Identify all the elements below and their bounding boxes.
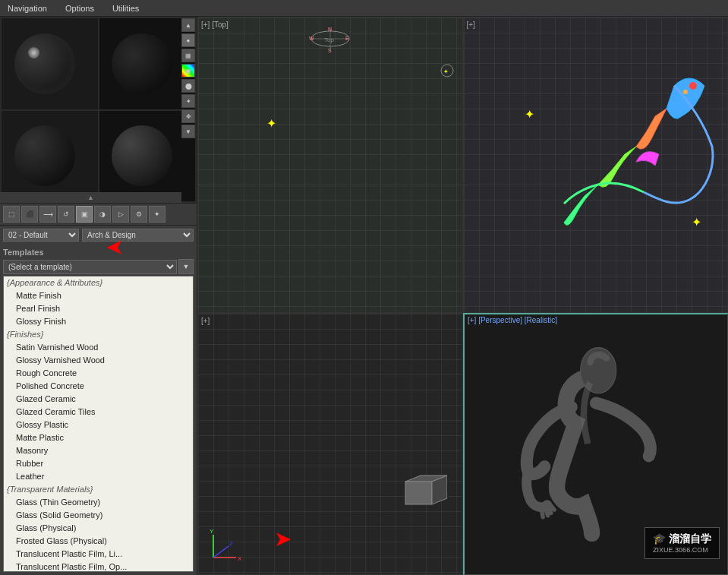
left-panel: ▲ ● ▦ ▣ ⬤ ✦ ✥ ▼ xyxy=(0,17,197,575)
template-list-item[interactable]: Frosted Glass (Physical) xyxy=(4,535,193,548)
watermark: 🎓 溜溜自学 ZIXUE.3066.COM xyxy=(644,527,720,559)
top-right-label: [+] xyxy=(467,21,475,29)
viewport-bottom-right[interactable]: [+] [Perspective] [Realistic] xyxy=(463,313,728,575)
viewport-top-right[interactable]: [+] ✦ ✦ xyxy=(463,17,729,313)
svg-text:Z: Z xyxy=(229,540,233,547)
dragon-top-viewport xyxy=(522,48,720,261)
svg-text:✦: ✦ xyxy=(443,68,449,75)
put-material-btn[interactable]: ⬛ xyxy=(21,206,38,223)
scroll-down-icon[interactable]: ▼ xyxy=(181,125,195,138)
color-swatch-icon[interactable]: ▣ xyxy=(181,64,195,77)
scene-object xyxy=(402,474,447,513)
svg-rect-12 xyxy=(405,482,432,504)
templates-section: Templates (Select a template) ▼ {Appeara… xyxy=(0,245,197,575)
template-list-item[interactable]: Matte Plastic xyxy=(4,431,193,444)
template-list-item[interactable]: {Finishes} xyxy=(4,328,193,341)
icon-toolbar: ⬚ ⬛ ⟶ ↺ ▣ ◑ ▷ ⚙ ✦ xyxy=(0,203,197,226)
material-thumb-1[interactable] xyxy=(2,18,98,109)
bottom-viewports: [+] X Y Z xyxy=(197,313,728,575)
cube-icon xyxy=(402,474,447,512)
dropdowns-row: 02 - Default Arch & Design xyxy=(0,226,197,245)
material-thumb-3[interactable] xyxy=(2,111,98,202)
menu-bar: Navigation Options Utilities xyxy=(0,0,728,17)
template-list-item[interactable]: Glass (Physical) xyxy=(4,522,193,535)
template-list-item[interactable]: Rubber xyxy=(4,457,193,470)
svg-text:S: S xyxy=(328,48,332,53)
menu-utilities[interactable]: Utilities xyxy=(108,2,143,14)
top-left-label: [+] [Top] xyxy=(201,21,228,29)
thumbnail-grid: ▲ ● ▦ ▣ ⬤ ✦ ✥ ▼ xyxy=(0,17,197,203)
template-list-item[interactable]: Polished Concrete xyxy=(4,380,193,393)
menu-navigation[interactable]: Navigation xyxy=(3,2,52,14)
cross-1: ✦ xyxy=(266,116,276,131)
viewport-bottom-left[interactable]: [+] X Y Z xyxy=(197,313,463,575)
show-map-viewport-btn[interactable]: ▣ xyxy=(76,206,93,223)
template-select[interactable]: (Select a template) xyxy=(3,260,177,274)
template-list-item[interactable]: Glazed Ceramic Tiles xyxy=(4,406,193,419)
thumb-scroll[interactable]: ▲ xyxy=(0,192,181,203)
viewport-top-left[interactable]: [+] [Top] Top W E N S ✦ ✦ xyxy=(197,17,463,313)
template-list-item[interactable]: Satin Varnished Wood xyxy=(4,341,193,354)
axis-icon: ✦ xyxy=(440,63,455,78)
svg-text:E: E xyxy=(345,36,349,41)
svg-text:Y: Y xyxy=(210,528,214,535)
make-preview-btn[interactable]: ▷ xyxy=(112,206,129,223)
sphere-icon[interactable]: ● xyxy=(181,33,195,47)
select-by-material-btn[interactable]: ✦ xyxy=(149,206,165,223)
svg-text:N: N xyxy=(328,27,332,32)
thumb-side-icons: ▲ ● ▦ ▣ ⬤ ✦ ✥ ▼ xyxy=(181,18,195,138)
template-list-item[interactable]: {Appearance & Attributes} xyxy=(4,276,193,289)
watermark-url: ZIXUE.3066.COM xyxy=(653,546,711,554)
template-list-item[interactable]: Translucent Plastic Film, Op... xyxy=(4,561,193,572)
material-slot-select[interactable]: 02 - Default xyxy=(3,229,79,242)
get-material-btn[interactable]: ⬚ xyxy=(3,206,20,223)
svg-text:X: X xyxy=(238,555,242,562)
svg-point-10 xyxy=(689,82,697,90)
template-list-item[interactable]: Rough Concrete xyxy=(4,367,193,380)
xyz-axis: X Y Z xyxy=(206,527,244,567)
menu-options[interactable]: Options xyxy=(61,2,99,14)
reset-map-btn[interactable]: ↺ xyxy=(58,206,74,223)
svg-text:W: W xyxy=(309,36,314,41)
template-list-item[interactable]: Pearl Finish xyxy=(4,302,193,315)
right-area: [+] [Top] Top W E N S ✦ ✦ [+] xyxy=(197,17,728,575)
top-viewports: [+] [Top] Top W E N S ✦ ✦ [+] xyxy=(197,17,728,313)
show-end-result-btn[interactable]: ◑ xyxy=(94,206,111,223)
svg-line-19 xyxy=(213,546,228,558)
template-list-item[interactable]: Leather xyxy=(4,470,193,483)
scroll-up-icon[interactable]: ▲ xyxy=(181,18,195,32)
svg-point-11 xyxy=(683,90,688,94)
template-list-item[interactable]: Matte Finish xyxy=(4,289,193,302)
put-material-obj-btn[interactable]: ⟶ xyxy=(39,206,56,223)
viewport-compass: Top W E N S xyxy=(307,24,353,54)
template-list-item[interactable]: {Transparent Materials} xyxy=(4,483,193,496)
bottom-left-label: [+] xyxy=(201,317,210,325)
template-list-item[interactable]: Glazed Ceramic xyxy=(4,393,193,406)
move-icon[interactable]: ✥ xyxy=(181,109,195,123)
perspective-label: [+] [Perspective] [Realistic] xyxy=(465,314,727,326)
template-list-item[interactable]: Glossy Varnished Wood xyxy=(4,354,193,367)
small-sphere-icon[interactable]: ⬤ xyxy=(181,79,195,93)
template-list-item[interactable]: Masonry xyxy=(4,444,193,457)
svg-text:Top: Top xyxy=(324,36,334,43)
watermark-icon: 🎓 溜溜自学 xyxy=(653,532,711,546)
checker-icon[interactable]: ▦ xyxy=(181,49,195,62)
options-icon[interactable]: ✦ xyxy=(181,94,195,108)
tutorial-arrow-2: ➤ xyxy=(274,526,292,551)
template-list-item[interactable]: Glass (Solid Geometry) xyxy=(4,509,193,522)
template-list-item[interactable]: Glossy Plastic xyxy=(4,419,193,431)
template-dropdown-row: (Select a template) ▼ xyxy=(3,259,194,274)
template-list-item[interactable]: Glass (Thin Geometry) xyxy=(4,496,193,509)
options-btn[interactable]: ⚙ xyxy=(131,206,147,223)
material-type-select[interactable]: Arch & Design xyxy=(82,229,194,242)
template-list[interactable]: {Appearance & Attributes}Matte FinishPea… xyxy=(3,276,194,572)
template-list-item[interactable]: Glossy Finish xyxy=(4,315,193,328)
template-dropdown-arrow[interactable]: ▼ xyxy=(178,259,194,274)
template-list-item[interactable]: Translucent Plastic Film, Li... xyxy=(4,548,193,561)
templates-label: Templates xyxy=(3,248,194,257)
